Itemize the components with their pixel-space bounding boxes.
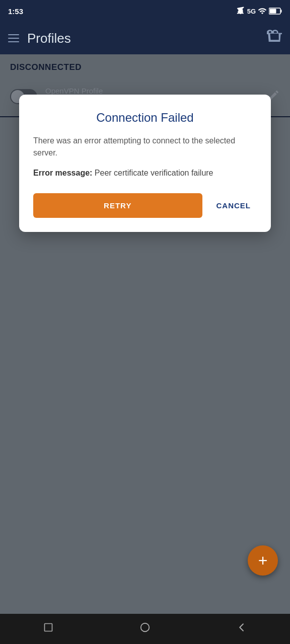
connection-failed-dialog: Connection Failed There was an error att… bbox=[19, 95, 271, 232]
network-5g: 5G bbox=[247, 8, 256, 15]
signal-icon bbox=[258, 7, 267, 16]
svg-rect-3 bbox=[44, 624, 52, 631]
import-button[interactable] bbox=[267, 29, 282, 47]
cancel-button[interactable]: CANCEL bbox=[210, 193, 257, 218]
dialog-actions: RETRY CANCEL bbox=[33, 193, 257, 218]
status-time: 1:53 bbox=[8, 7, 23, 16]
menu-button[interactable] bbox=[8, 34, 19, 42]
nav-bar: Profiles bbox=[0, 22, 290, 54]
bottom-nav bbox=[0, 614, 290, 644]
back-button[interactable] bbox=[233, 618, 251, 639]
retry-button[interactable]: RETRY bbox=[33, 193, 202, 218]
mute-icon bbox=[236, 7, 245, 16]
import-icon bbox=[267, 29, 282, 44]
dialog-overlay: Connection Failed There was an error att… bbox=[0, 54, 290, 616]
main-content: DISCONNECTED OpenVPN Profile jp001.netfl… bbox=[0, 54, 290, 616]
recents-button[interactable] bbox=[39, 618, 57, 639]
square-icon bbox=[43, 622, 53, 632]
status-bar: 1:53 5G bbox=[0, 0, 290, 22]
back-icon bbox=[237, 622, 247, 632]
add-profile-fab[interactable]: + bbox=[248, 545, 278, 576]
page-title: Profiles bbox=[27, 31, 71, 46]
error-text: Peer certificate verification failure bbox=[95, 169, 213, 177]
circle-icon bbox=[139, 622, 151, 633]
fab-icon: + bbox=[258, 551, 268, 570]
svg-rect-1 bbox=[281, 10, 282, 13]
dialog-body: There was an error attempting to connect… bbox=[33, 135, 257, 159]
dialog-error-message: Error message: Peer certificate verifica… bbox=[33, 167, 257, 179]
status-icons: 5G bbox=[236, 7, 282, 16]
svg-point-4 bbox=[141, 623, 150, 632]
dialog-title: Connection Failed bbox=[33, 111, 257, 125]
svg-rect-2 bbox=[270, 9, 276, 14]
error-label: Error message: bbox=[33, 169, 92, 177]
home-button[interactable] bbox=[135, 618, 155, 640]
battery-icon bbox=[269, 8, 282, 15]
